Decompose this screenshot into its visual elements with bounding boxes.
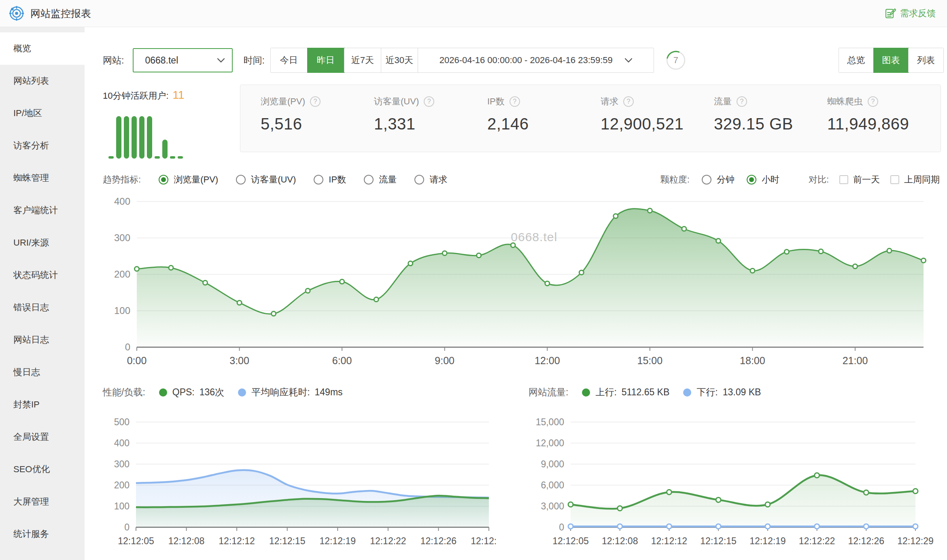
stat-ip-value: 2,146 <box>487 115 601 133</box>
downstream-value: 13.09 KB <box>723 387 761 398</box>
svg-text:12:12:12: 12:12:12 <box>651 536 688 546</box>
stat-requests-value: 12,900,521 <box>601 115 714 133</box>
sidebar-item-site-log[interactable]: 网站日志 <box>0 324 85 356</box>
radio-icon <box>159 175 168 185</box>
stat-pv-label: 浏览量(PV) <box>261 95 305 108</box>
granularity-radio-hour[interactable]: 小时 <box>747 174 779 186</box>
checkbox-icon <box>890 175 899 184</box>
compare-checkbox-previous-day[interactable]: 前一天 <box>839 174 880 186</box>
time-button-last7days[interactable]: 近7天 <box>344 48 381 72</box>
metric-radio-ip[interactable]: IP数 <box>314 174 346 186</box>
help-icon[interactable]: ? <box>737 96 747 107</box>
svg-text:0: 0 <box>559 522 564 532</box>
svg-text:12:12:22: 12:12:22 <box>799 536 835 546</box>
stat-spider-value: 11,949,869 <box>827 115 941 133</box>
view-button-list[interactable]: 列表 <box>909 48 943 72</box>
metric-radio-uv[interactable]: 访客量(UV) <box>236 174 296 186</box>
metric-radio-pv-label: 浏览量(PV) <box>174 174 218 186</box>
time-label: 时间: <box>243 54 264 67</box>
help-icon[interactable]: ? <box>623 96 634 107</box>
sidebar-item-slow-log[interactable]: 慢日志 <box>0 356 85 388</box>
help-icon[interactable]: ? <box>424 96 434 107</box>
stat-ip-label: IP数 <box>487 95 505 108</box>
sidebar-item-visitor-analysis[interactable]: 访客分析 <box>0 129 85 162</box>
qps-value: 136次 <box>200 386 224 399</box>
sidebar-item-seo[interactable]: SEO优化 <box>0 453 85 486</box>
app-header: 网站监控报表 需求反馈 <box>0 0 947 27</box>
feedback-label: 需求反馈 <box>900 7 936 19</box>
sidebar: 概览 网站列表 IP/地区 访客分析 蜘蛛管理 客户端统计 URI/来源 状态码… <box>0 27 85 560</box>
sidebar-item-big-screen[interactable]: 大屏管理 <box>0 486 85 518</box>
stat-ip: IP数? 2,146 <box>487 95 601 152</box>
svg-text:12:00: 12:00 <box>535 355 560 366</box>
svg-text:400: 400 <box>114 196 130 207</box>
page-title: 网站监控报表 <box>30 7 91 20</box>
performance-legend-title: 性能/负载: <box>103 386 145 399</box>
blue-dot-icon <box>683 388 691 397</box>
granularity-radio-minute[interactable]: 分钟 <box>702 174 735 186</box>
radio-icon <box>702 175 711 185</box>
upstream-value: 5112.65 KB <box>622 387 670 398</box>
feedback-button[interactable]: 需求反馈 <box>885 7 936 19</box>
radio-icon <box>236 175 246 185</box>
svg-text:6:00: 6:00 <box>332 355 352 366</box>
radio-icon <box>414 175 424 185</box>
help-icon[interactable]: ? <box>868 96 878 107</box>
svg-text:500: 500 <box>114 417 130 427</box>
svg-text:12,000: 12,000 <box>536 438 564 448</box>
svg-text:200: 200 <box>114 269 130 280</box>
date-range-picker[interactable]: 2026-04-16 00:00:00 - 2026-04-16 23:59:5… <box>418 48 654 72</box>
sidebar-item-stats-service[interactable]: 统计服务 <box>0 518 85 550</box>
metric-radio-uv-label: 访客量(UV) <box>251 174 296 186</box>
stat-uv-value: 1,331 <box>374 115 487 133</box>
green-dot-icon <box>159 388 167 397</box>
trend-metric-label: 趋势指标: <box>103 174 141 186</box>
svg-text:12:12:12: 12:12:12 <box>219 536 255 546</box>
sidebar-item-status-code-stats[interactable]: 状态码统计 <box>0 259 85 291</box>
countdown-value: 7 <box>665 50 686 71</box>
help-icon[interactable]: ? <box>510 96 520 107</box>
checkbox-icon <box>839 175 848 184</box>
stat-spider: 蜘蛛爬虫? 11,949,869 <box>827 95 941 152</box>
sidebar-item-overview[interactable]: 概览 <box>0 32 85 65</box>
metric-radio-traffic[interactable]: 流量 <box>364 174 397 186</box>
stat-spider-label: 蜘蛛爬虫 <box>827 95 863 108</box>
sidebar-item-ip-region[interactable]: IP/地区 <box>0 97 85 129</box>
sidebar-item-global-settings[interactable]: 全局设置 <box>0 421 85 453</box>
active-users-minichart <box>103 116 236 159</box>
view-button-chart[interactable]: 图表 <box>874 48 909 72</box>
metric-radio-requests[interactable]: 请求 <box>414 174 447 186</box>
sidebar-item-uri-source[interactable]: URI/来源 <box>0 227 85 259</box>
refresh-countdown[interactable]: 7 <box>665 50 686 71</box>
sidebar-item-banned-ip[interactable]: 封禁IP <box>0 388 85 421</box>
compare-checkbox-same-day-last-week[interactable]: 上周同期 <box>890 174 940 186</box>
svg-text:12:12:22: 12:12:22 <box>370 536 406 546</box>
time-button-today[interactable]: 今日 <box>271 48 308 72</box>
traffic-legend: 网站流量: 上行: 5112.65 KB 下行: 13.09 KB <box>529 386 761 399</box>
sidebar-item-site-list[interactable]: 网站列表 <box>0 65 85 97</box>
active-users-value: 11 <box>173 89 185 102</box>
site-traffic-chart: 03,0006,0009,00012,00015,00012:12:0512:1… <box>522 413 947 548</box>
active-users-bar <box>132 116 137 159</box>
time-button-last30days[interactable]: 近30天 <box>381 48 418 72</box>
svg-text:12:12:05: 12:12:05 <box>552 536 589 546</box>
svg-text:300: 300 <box>114 459 130 469</box>
sidebar-item-spider-management[interactable]: 蜘蛛管理 <box>0 162 85 194</box>
site-label: 网站: <box>103 54 124 67</box>
view-button-overview[interactable]: 总览 <box>839 48 874 72</box>
response-time-label: 平均响应耗时: <box>251 386 310 399</box>
sidebar-item-error-log[interactable]: 错误日志 <box>0 291 85 324</box>
toolbar: 网站: 0668.tel 时间: 今日 昨日 近7天 近30天 2026-04-… <box>103 48 944 73</box>
sidebar-item-client-stats[interactable]: 客户端统计 <box>0 194 85 227</box>
site-select[interactable]: 0668.tel <box>133 48 233 72</box>
response-time-value: 149ms <box>315 387 343 398</box>
site-select-value: 0668.tel <box>145 55 178 66</box>
help-icon[interactable]: ? <box>310 96 321 107</box>
active-users-bar <box>178 156 183 159</box>
svg-text:100: 100 <box>114 305 130 316</box>
active-users-bar <box>139 116 144 159</box>
metric-radio-pv[interactable]: 浏览量(PV) <box>159 174 218 186</box>
traffic-legend-title: 网站流量: <box>529 386 568 399</box>
active-users-bar <box>170 156 175 159</box>
time-button-yesterday[interactable]: 昨日 <box>308 48 344 72</box>
